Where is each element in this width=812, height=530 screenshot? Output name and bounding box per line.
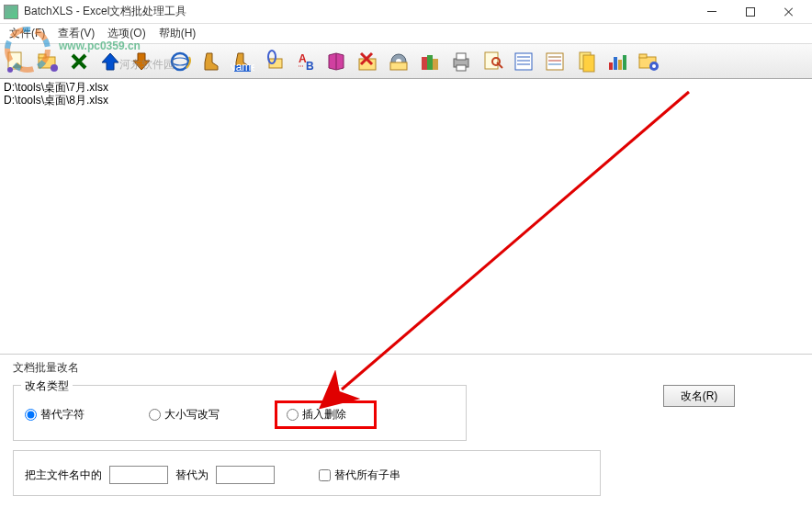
- tb-delete-icon[interactable]: [64, 47, 94, 76]
- tb-boot-icon[interactable]: [197, 47, 226, 76]
- svg-point-43: [652, 64, 656, 68]
- tb-print-icon[interactable]: [446, 47, 476, 76]
- tb-list2-icon[interactable]: [540, 47, 570, 76]
- tb-notes-icon[interactable]: [571, 47, 601, 76]
- panel-title: 文档批量改名: [0, 355, 812, 381]
- tb-ie-icon[interactable]: [165, 47, 195, 76]
- tb-book-icon[interactable]: [321, 47, 351, 76]
- window-title: BatchXLS - Excel文档批处理工具: [24, 4, 693, 19]
- svg-point-1: [7, 67, 13, 73]
- tb-list1-icon[interactable]: [509, 47, 538, 76]
- tb-books-icon[interactable]: [415, 47, 445, 76]
- menubar: 文件(F) 查看(V) 选项(O) 帮助(H): [0, 24, 812, 44]
- svg-rect-30: [547, 53, 563, 70]
- checkbox-all-sub[interactable]: 替代所有子串: [319, 468, 400, 483]
- svg-text:B: B: [306, 60, 314, 73]
- svg-rect-39: [623, 55, 626, 70]
- tb-delete-sheet-icon[interactable]: [353, 47, 382, 76]
- rename-button[interactable]: 改名(R): [663, 385, 735, 407]
- group-rename-type: 改名类型 替代字符 大小写改写 插入删除: [13, 385, 467, 441]
- input-find[interactable]: [109, 466, 168, 484]
- tb-open-file-icon[interactable]: [2, 47, 31, 76]
- svg-rect-24: [485, 52, 498, 69]
- toolbar: Name AB: [0, 44, 812, 79]
- tb-folder-gear-icon[interactable]: [634, 47, 663, 76]
- radio-input[interactable]: [287, 409, 299, 421]
- radio-replace[interactable]: 替代字符: [25, 407, 85, 423]
- label-main-prefix: 把主文件名中的: [25, 468, 102, 483]
- tb-up-icon[interactable]: [96, 47, 125, 76]
- menu-view[interactable]: 查看(V): [52, 24, 100, 43]
- minimize-button[interactable]: [693, 2, 731, 22]
- svg-rect-35: [583, 55, 594, 72]
- menu-file[interactable]: 文件(F): [4, 24, 51, 43]
- radio-case[interactable]: 大小写改写: [149, 407, 220, 423]
- toolbar-separator: [158, 47, 164, 76]
- tb-replace-text-icon[interactable]: AB: [290, 47, 320, 76]
- file-list-item[interactable]: D:\tools\桌面\7月.xlsx: [4, 81, 808, 94]
- close-button[interactable]: [770, 2, 808, 22]
- radio-label: 替代字符: [40, 407, 85, 423]
- svg-point-6: [172, 58, 188, 65]
- svg-text:Name: Name: [231, 61, 254, 73]
- svg-rect-36: [609, 62, 613, 70]
- svg-rect-22: [457, 53, 466, 60]
- tb-rename-icon[interactable]: Name: [228, 47, 257, 76]
- tb-attach-icon[interactable]: [259, 47, 288, 76]
- input-replace[interactable]: [216, 466, 275, 484]
- svg-rect-17: [390, 62, 407, 70]
- radio-label: 插入删除: [302, 407, 346, 423]
- replace-row: 把主文件名中的 替代为 替代所有子串: [25, 466, 589, 484]
- tb-down-icon[interactable]: [127, 47, 156, 76]
- window-buttons: [693, 2, 808, 22]
- svg-rect-23: [457, 65, 466, 71]
- radio-input[interactable]: [149, 409, 161, 421]
- menu-help[interactable]: 帮助(H): [153, 24, 202, 43]
- svg-rect-41: [639, 54, 647, 58]
- tb-properties-icon[interactable]: [478, 47, 507, 76]
- tb-open-folder-icon[interactable]: [33, 47, 62, 76]
- svg-rect-18: [422, 57, 427, 70]
- radio-input[interactable]: [25, 409, 37, 421]
- svg-point-4: [51, 64, 58, 72]
- group-replace: 把主文件名中的 替代为 替代所有子串: [13, 450, 601, 496]
- radio-insert-delete[interactable]: 插入删除: [287, 407, 346, 423]
- svg-rect-26: [515, 53, 532, 70]
- svg-rect-38: [618, 60, 622, 70]
- app-icon: [4, 5, 18, 19]
- minimize-icon: [707, 11, 716, 12]
- close-icon: [784, 6, 795, 17]
- file-list-item[interactable]: D:\tools\桌面\8月.xlsx: [4, 94, 808, 107]
- label-replace-as: 替代为: [175, 468, 209, 483]
- svg-rect-19: [427, 55, 433, 70]
- radio-label: 大小写改写: [164, 407, 220, 423]
- svg-rect-20: [433, 59, 438, 70]
- radio-row: 替代字符 大小写改写 插入删除: [25, 400, 455, 429]
- highlight-box: 插入删除: [275, 400, 377, 429]
- tb-gear-icon[interactable]: [384, 47, 413, 76]
- maximize-button[interactable]: [731, 2, 770, 22]
- menu-option[interactable]: 选项(O): [102, 24, 151, 43]
- checkbox-label: 替代所有子串: [334, 468, 400, 483]
- svg-rect-37: [614, 57, 617, 70]
- svg-rect-3: [39, 54, 46, 58]
- tb-chart-icon[interactable]: [603, 47, 632, 76]
- maximize-icon: [746, 7, 755, 17]
- titlebar: BatchXLS - Excel文档批处理工具: [0, 0, 812, 24]
- checkbox-input[interactable]: [319, 469, 331, 481]
- group-legend: 改名类型: [21, 378, 73, 394]
- file-list[interactable]: D:\tools\桌面\7月.xlsx D:\tools\桌面\8月.xlsx: [0, 79, 812, 355]
